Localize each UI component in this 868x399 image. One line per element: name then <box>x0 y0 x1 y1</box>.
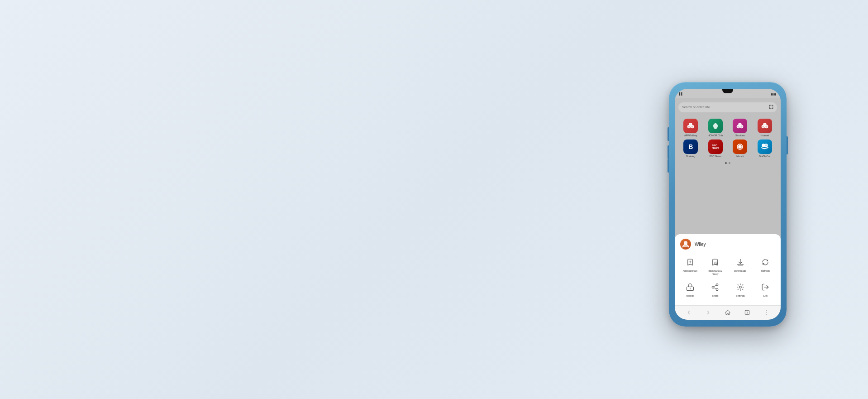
menu-item-exit[interactable]: Exit <box>754 279 777 299</box>
menu-item-share[interactable]: Share <box>704 279 727 299</box>
svg-point-7 <box>765 125 768 128</box>
settings-label: Settings <box>736 294 745 298</box>
app-item-moovit[interactable]: Moovit <box>729 139 752 158</box>
menu-panel: Wiley <box>675 234 781 305</box>
svg-point-21 <box>712 286 715 288</box>
svg-point-25 <box>739 286 742 288</box>
svg-point-2 <box>688 125 691 128</box>
share-icon <box>709 281 721 293</box>
app-label-honor: HONOR Club <box>708 134 723 137</box>
svg-point-22 <box>716 288 719 291</box>
toolbox-label: Toolbox <box>686 294 694 298</box>
app-label-huawei: Huawei <box>761 134 769 137</box>
menu-item-toolbox[interactable]: Toolbox <box>678 279 702 299</box>
app-label-blablacar: BlaBlaCar <box>759 155 770 158</box>
svg-point-29 <box>766 310 767 311</box>
downloads-label: Downloads <box>734 269 746 273</box>
svg-point-31 <box>766 314 767 315</box>
app-item-services[interactable]: Services <box>729 119 752 137</box>
status-signal: ▌▌ <box>679 92 683 95</box>
app-icon-blablacar <box>758 139 772 154</box>
app-grid: APPGallery HONOR Club <box>675 116 781 160</box>
app-icon-appgallery <box>683 119 698 133</box>
svg-point-30 <box>766 312 767 312</box>
share-label: Share <box>712 294 719 298</box>
user-row: Wiley <box>678 239 777 250</box>
nav-forward[interactable] <box>704 308 712 317</box>
app-item-honor[interactable]: HONOR Club <box>704 119 727 137</box>
exit-icon <box>759 281 772 293</box>
svg-point-11 <box>739 146 741 148</box>
refresh-icon <box>759 256 772 269</box>
downloads-icon <box>734 256 747 269</box>
phone-frame: ▌▌ ▮▮▮▮ Search or enter URL <box>669 82 787 327</box>
dot-2 <box>729 162 730 164</box>
menu-row-2: Toolbox <box>678 279 777 299</box>
app-icon-huawei <box>758 119 772 133</box>
svg-point-14 <box>684 242 687 245</box>
app-icon-booking: B <box>683 139 698 154</box>
svg-point-13 <box>765 144 768 147</box>
app-label-services: Services <box>735 134 745 137</box>
bookmarks-history-label: Bookmarks & history <box>708 269 722 275</box>
app-icon-bbcnews: BBCNEWS <box>708 139 723 154</box>
app-label-appgallery: APPGallery <box>684 134 697 137</box>
phone-device: ▌▌ ▮▮▮▮ Search or enter URL <box>669 82 787 327</box>
search-bar[interactable]: Search or enter URL <box>678 102 777 112</box>
app-item-blablacar[interactable]: BlaBlaCar <box>754 139 777 158</box>
menu-item-settings[interactable]: Settings <box>729 279 752 299</box>
svg-point-12 <box>762 144 765 147</box>
nav-back[interactable] <box>685 308 693 317</box>
svg-line-24 <box>714 285 716 287</box>
expand-icon <box>769 105 773 110</box>
bookmarks-history-icon <box>709 256 721 269</box>
refresh-label: Refresh <box>761 269 770 273</box>
user-name: Wiley <box>695 242 706 247</box>
app-item-booking[interactable]: B Booking <box>679 139 702 158</box>
svg-text:1: 1 <box>746 311 748 314</box>
nav-tabs[interactable]: 1 <box>743 308 751 317</box>
app-item-huawei[interactable]: Huawei <box>754 119 777 137</box>
app-label-booking: Booking <box>686 155 695 158</box>
nav-more[interactable] <box>763 308 771 317</box>
browser-spacer <box>675 166 781 235</box>
svg-point-8 <box>762 125 764 128</box>
menu-row-1: Add bookmark Bookmarks & <box>678 254 777 277</box>
phone-screen: ▌▌ ▮▮▮▮ Search or enter URL <box>675 89 781 320</box>
add-bookmark-label: Add bookmark <box>683 269 697 273</box>
status-battery: ▮▮▮▮ <box>771 92 776 96</box>
toolbox-icon <box>684 281 696 293</box>
app-label-moovit: Moovit <box>736 155 744 158</box>
menu-item-bookmarks-history[interactable]: Bookmarks & history <box>704 254 727 277</box>
svg-point-5 <box>737 125 740 128</box>
menu-item-add-bookmark[interactable]: Add bookmark <box>678 254 702 277</box>
app-icon-moovit <box>733 139 747 154</box>
browser-content: Search or enter URL <box>675 98 781 305</box>
svg-point-20 <box>716 284 719 286</box>
user-avatar <box>680 239 691 250</box>
dot-1 <box>725 162 727 164</box>
svg-point-4 <box>740 125 743 128</box>
app-label-bbcnews: BBC News <box>709 155 721 158</box>
app-item-bbcnews[interactable]: BBCNEWS BBC News <box>704 139 727 158</box>
nav-bar: 1 <box>675 305 781 320</box>
app-icon-honor <box>708 119 723 133</box>
phone-notch <box>722 89 733 93</box>
add-bookmark-icon <box>684 256 696 269</box>
exit-label: Exit <box>763 294 768 298</box>
settings-icon <box>734 281 747 293</box>
app-icon-services <box>733 119 747 133</box>
app-item-appgallery[interactable]: APPGallery <box>679 119 702 137</box>
nav-home[interactable] <box>724 308 732 317</box>
page-dots <box>675 162 781 164</box>
menu-item-downloads[interactable]: Downloads <box>729 254 752 277</box>
svg-point-1 <box>691 125 694 128</box>
menu-item-refresh[interactable]: Refresh <box>754 254 777 277</box>
svg-line-23 <box>714 288 716 289</box>
search-placeholder: Search or enter URL <box>682 106 711 109</box>
